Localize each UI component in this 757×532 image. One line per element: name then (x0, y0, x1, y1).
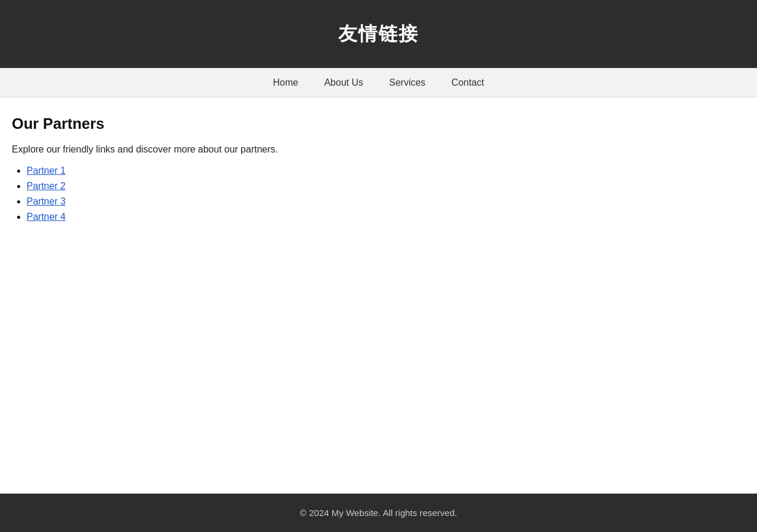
partner-link[interactable]: Partner 4 (27, 212, 66, 222)
list-item: Partner 1 (27, 166, 745, 176)
nav-link-about-us[interactable]: About Us (311, 69, 376, 96)
site-footer: © 2024 My Website. All rights reserved. (0, 494, 757, 532)
nav-link-services[interactable]: Services (376, 69, 438, 96)
list-item: Partner 3 (27, 196, 745, 207)
site-header: 友情链接 (0, 0, 757, 68)
list-item: Partner 4 (27, 212, 745, 222)
list-item: Partner 2 (27, 181, 745, 192)
partner-link[interactable]: Partner 3 (27, 196, 66, 206)
nav-link-home[interactable]: Home (260, 69, 312, 96)
main-nav: HomeAbout UsServicesContact (0, 68, 757, 98)
nav-link-contact[interactable]: Contact (438, 69, 497, 96)
page-title: Our Partners (12, 115, 745, 132)
footer-text: © 2024 My Website. All rights reserved. (300, 508, 457, 518)
page-description: Explore our friendly links and discover … (12, 144, 745, 155)
partners-list: Partner 1Partner 2Partner 3Partner 4 (12, 166, 745, 222)
partner-link[interactable]: Partner 1 (27, 166, 66, 176)
site-title: 友情链接 (338, 21, 419, 47)
main-content: Our Partners Explore our friendly links … (0, 98, 757, 494)
partner-link[interactable]: Partner 2 (27, 181, 66, 191)
